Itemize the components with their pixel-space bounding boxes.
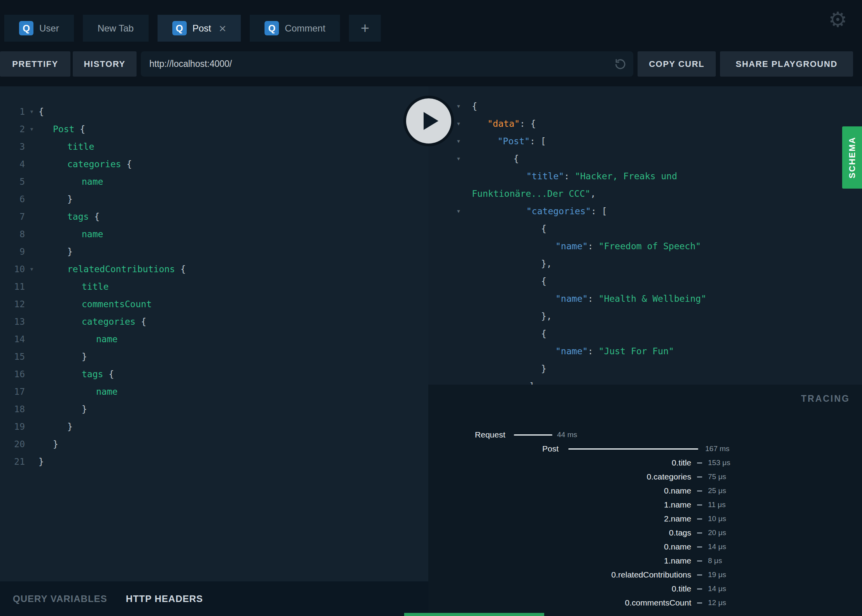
code-text: "title": "Hacker, Freaks und (472, 171, 677, 181)
json-key: "name" (555, 294, 588, 304)
fold-arrow-icon[interactable]: ▾ (25, 126, 39, 133)
tab-label: Comment (285, 23, 325, 34)
punctuation: { (541, 329, 547, 339)
fold-arrow-icon[interactable]: ▾ (428, 155, 472, 162)
trace-row: 0.name25 μs (428, 484, 862, 498)
punctuation: { (541, 276, 547, 286)
editor-line: 2▾Post { (0, 120, 428, 138)
trace-duration: 153 μs (708, 458, 730, 467)
result-line: ▾{ (428, 97, 862, 115)
trace-duration: 10 μs (708, 514, 726, 523)
code-text: }, (472, 259, 552, 269)
trace-tick (697, 546, 702, 548)
line-number: 11 (0, 282, 25, 292)
result-line: ▾"categories": [ (428, 202, 862, 220)
line-number: 1 (0, 107, 25, 117)
trace-tick (697, 560, 702, 562)
code-text: tags { (39, 212, 100, 222)
field-name: name (96, 334, 117, 344)
tab-post[interactable]: QPost× (158, 15, 241, 42)
prettify-button[interactable]: PRETTIFY (0, 51, 70, 77)
code-text: { (472, 101, 477, 111)
trace-row: 0.title153 μs (428, 456, 862, 470)
code-text: } (39, 404, 87, 414)
new-tab-button[interactable]: + (349, 15, 381, 42)
endpoint-url-input[interactable]: http://localhost:4000/ (141, 51, 633, 77)
query-editor[interactable]: 1▾{2▾Post {3title4categories {5name6}7ta… (0, 86, 428, 581)
editor-line: 14name (0, 330, 428, 348)
line-number: 20 (0, 439, 25, 449)
trace-label: 1.name (428, 500, 691, 509)
line-number: 15 (0, 352, 25, 362)
line-number: 19 (0, 422, 25, 432)
settings-gear-icon[interactable]: ⚙ (829, 9, 847, 30)
code-text: } (472, 364, 547, 374)
trace-label: Request (428, 430, 505, 439)
fold-arrow-icon[interactable]: ▾ (25, 266, 39, 273)
code-text: "categories": [ (472, 206, 607, 216)
line-number: 4 (0, 159, 25, 169)
trace-label: 0.categories (428, 472, 691, 481)
result-line: Funktionäre...Der CCC", (428, 185, 862, 202)
json-key: "categories" (526, 206, 591, 216)
close-tab-icon[interactable]: × (219, 22, 226, 35)
code-text: categories { (39, 317, 146, 327)
trace-label: 0.commentsCount (428, 598, 691, 607)
tracing-panel: TRACING Request44 msPost167 ms0.title153… (428, 385, 862, 616)
punctuation: } (53, 439, 58, 449)
field-name: commentsCount (82, 299, 152, 309)
partial-green-element (404, 613, 544, 616)
reload-schema-icon[interactable] (613, 57, 627, 71)
line-number: 13 (0, 317, 25, 327)
trace-rows: Request44 msPost167 ms0.title153 μs0.cat… (428, 428, 862, 610)
http-headers-tab[interactable]: HTTP HEADERS (126, 593, 203, 604)
trace-label: 0.tags (428, 528, 691, 537)
tab-new-tab[interactable]: New Tab (83, 15, 149, 42)
execute-query-button[interactable] (403, 96, 454, 146)
tabs: QUserNew TabQPost×QComment (4, 15, 340, 42)
json-string: "Freedom of Speech" (599, 241, 701, 251)
punctuation: { (175, 264, 186, 274)
fold-arrow-icon[interactable]: ▾ (25, 108, 39, 115)
punctuation: } (39, 457, 44, 467)
history-button[interactable]: HISTORY (73, 51, 137, 77)
code-text: "name": "Just For Fun" (472, 346, 674, 356)
schema-tab[interactable]: SCHEMA (842, 126, 862, 189)
punctuation: { (74, 124, 85, 134)
line-number: 16 (0, 369, 25, 379)
query-pane: 1▾{2▾Post {3title4categories {5name6}7ta… (0, 86, 428, 616)
punctuation: : (588, 241, 599, 251)
endpoint-url-value: http://localhost:4000/ (149, 59, 232, 69)
field-name: title (82, 282, 109, 292)
editor-line: 16tags { (0, 365, 428, 383)
copy-curl-button[interactable]: COPY CURL (638, 51, 716, 77)
tab-comment[interactable]: QComment (250, 15, 340, 42)
punctuation: : (588, 294, 599, 304)
editor-line: 9} (0, 243, 428, 260)
json-key: "data" (487, 119, 520, 129)
tab-user[interactable]: QUser (4, 15, 74, 42)
trace-row: Post167 ms (428, 442, 862, 456)
trace-tick (697, 518, 702, 520)
punctuation: ] (529, 381, 534, 385)
fold-arrow-icon[interactable]: ▾ (428, 208, 472, 215)
share-playground-button[interactable]: SHARE PLAYGROUND (720, 51, 853, 77)
trace-row: Request44 ms (428, 428, 862, 442)
editor-line: 13categories { (0, 313, 428, 330)
json-string: "Health & Wellbeing" (599, 294, 706, 304)
result-line: ▾"data": { (428, 115, 862, 132)
json-key: "Post" (498, 136, 530, 146)
code-text: name (39, 387, 117, 397)
trace-tick (697, 490, 702, 492)
editor-line: 11title (0, 278, 428, 295)
trace-tick (697, 532, 702, 534)
trace-tick (697, 462, 702, 464)
tab-bar: QUserNew TabQPost×QComment + ⚙ (0, 0, 862, 42)
punctuation: { (103, 369, 114, 379)
trace-row: 0.relatedContributions19 μs (428, 568, 862, 582)
query-badge-icon: Q (19, 21, 33, 35)
trace-tick (697, 602, 702, 604)
editor-line: 12commentsCount (0, 295, 428, 313)
trace-row: 0.name14 μs (428, 540, 862, 554)
query-variables-tab[interactable]: QUERY VARIABLES (13, 593, 107, 604)
